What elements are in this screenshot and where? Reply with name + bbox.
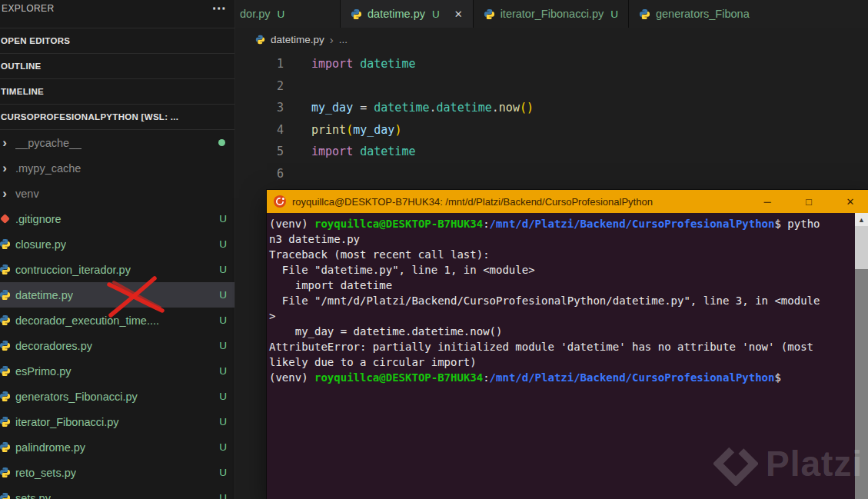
file-label: .mypy_cache bbox=[15, 162, 81, 175]
tab-label: datetime.py bbox=[367, 8, 425, 20]
python-file-icon bbox=[0, 314, 11, 327]
file-item-decoradores-py[interactable]: decoradores.pyU bbox=[0, 333, 234, 358]
code-editor[interactable]: 1import datetime23my_day = datetime.date… bbox=[234, 51, 868, 185]
terminal-line: (venv) royquillca@DESKTOP-B7HUK34:/mnt/d… bbox=[269, 216, 855, 231]
tab-generators-fibona[interactable]: generators_Fibona bbox=[629, 0, 868, 28]
close-button[interactable]: ✕ bbox=[833, 190, 868, 213]
python-file-icon bbox=[0, 264, 11, 276]
terminal-app-icon bbox=[274, 195, 286, 208]
python-file-icon bbox=[0, 365, 11, 378]
file-label: generators_Fibonacci.py bbox=[15, 391, 138, 403]
line-number: 4 bbox=[234, 119, 311, 141]
python-file-icon bbox=[0, 467, 11, 479]
code-line: 3my_day = datetime.datetime.now() bbox=[234, 97, 868, 119]
maximize-button[interactable]: □ bbox=[791, 190, 826, 213]
file-item-mypy-cache[interactable]: ›.mypy_cache bbox=[0, 155, 234, 181]
file-label: contruccion_iterador.py bbox=[15, 264, 131, 276]
explorer-title: EXPLORER bbox=[2, 3, 212, 14]
file-item-closure-py[interactable]: closure.pyU bbox=[0, 231, 234, 257]
breadcrumb-more[interactable]: ... bbox=[339, 34, 348, 45]
git-file-icon bbox=[0, 213, 11, 225]
python-file-icon bbox=[0, 391, 11, 403]
tab-dor-py[interactable]: dor.pyU bbox=[234, 0, 341, 28]
python-file-icon bbox=[0, 441, 11, 454]
line-number: 1 bbox=[234, 53, 311, 75]
file-item-reto-sets-py[interactable]: reto_sets.pyU bbox=[0, 460, 234, 485]
python-file-icon bbox=[0, 492, 11, 499]
file-item-pycache[interactable]: ›__pycache__ bbox=[0, 130, 234, 155]
more-actions-icon[interactable]: ⋯ bbox=[212, 3, 227, 14]
code-line: 6 bbox=[234, 163, 868, 185]
close-icon[interactable]: ✕ bbox=[454, 8, 463, 20]
terminal-line: my_day = datetime.datetime.now() bbox=[269, 324, 855, 339]
file-item-contruccion-iterador-py[interactable]: contruccion_iterador.pyU bbox=[0, 257, 234, 282]
terminal-line: (venv) royquillca@DESKTOP-B7HUK34:/mnt/d… bbox=[269, 370, 855, 385]
git-status-badge: U bbox=[219, 365, 227, 377]
python-file-icon bbox=[0, 238, 11, 251]
file-label: datetime.py bbox=[15, 289, 73, 301]
file-item-esprimo-py[interactable]: esPrimo.pyU bbox=[0, 358, 234, 384]
chevron-right-icon: › bbox=[0, 162, 11, 175]
file-label: decoradores.py bbox=[15, 340, 92, 352]
file-item-palindrome-py[interactable]: palindrome.pyU bbox=[0, 434, 234, 460]
code-line: 1import datetime bbox=[234, 53, 868, 75]
python-file-icon bbox=[639, 8, 650, 20]
file-item-gitignore[interactable]: .gitignoreU bbox=[0, 206, 234, 231]
file-item-decorador-execution-time[interactable]: decorador_execution_time....U bbox=[0, 308, 234, 333]
file-label: closure.py bbox=[15, 238, 66, 251]
terminal-body[interactable]: (venv) royquillca@DESKTOP-B7HUK34:/mnt/d… bbox=[267, 213, 868, 499]
python-file-icon bbox=[351, 8, 362, 20]
file-item-iterator-fibonacci-py[interactable]: iterator_Fibonacci.pyU bbox=[0, 409, 234, 434]
python-file-icon bbox=[0, 340, 11, 352]
git-status-badge: U bbox=[219, 340, 227, 351]
terminal-line: > bbox=[269, 308, 855, 324]
file-item-generators-fibonacci-py[interactable]: generators_Fibonacci.pyU bbox=[0, 384, 234, 409]
sidebar-section-cursoprofesionalpython-wsl[interactable]: CURSOPROFESIONALPYTHON [WSL: ... bbox=[0, 104, 234, 129]
terminal-output: (venv) royquillca@DESKTOP-B7HUK34:/mnt/d… bbox=[267, 213, 855, 385]
tab-iterator-fibonacci-py[interactable]: iterator_Fibonacci.pyU bbox=[474, 0, 629, 28]
sidebar-section-outline[interactable]: OUTLINE bbox=[0, 53, 234, 78]
minimize-button[interactable]: ─ bbox=[750, 190, 785, 213]
file-label: sets.py bbox=[15, 492, 51, 499]
terminal-line: n3 datetime.py bbox=[269, 231, 855, 247]
terminal-scrollbar[interactable]: ▲ bbox=[855, 213, 868, 499]
code-line: 5import datetime bbox=[234, 141, 868, 163]
file-label: reto_sets.py bbox=[15, 467, 76, 479]
breadcrumb[interactable]: datetime.py › ... bbox=[234, 28, 868, 51]
line-number: 6 bbox=[234, 163, 311, 185]
file-label: palindrome.py bbox=[15, 441, 85, 454]
file-label: .gitignore bbox=[15, 213, 62, 225]
git-status-badge: U bbox=[610, 8, 618, 20]
file-item-sets-py[interactable]: sets.pyU bbox=[0, 485, 234, 499]
git-status-badge: U bbox=[219, 264, 227, 275]
scroll-up-icon[interactable]: ▲ bbox=[855, 213, 868, 226]
file-label: venv bbox=[15, 188, 39, 200]
file-item-venv[interactable]: ›venv bbox=[0, 181, 234, 206]
terminal-line: likely due to a circular import) bbox=[269, 354, 855, 370]
scrollbar-thumb[interactable] bbox=[855, 226, 868, 269]
python-file-icon bbox=[0, 416, 11, 428]
git-status-badge: U bbox=[219, 416, 227, 427]
chevron-right-icon: › bbox=[330, 33, 334, 46]
line-number: 3 bbox=[234, 97, 311, 119]
file-item-datetime-py[interactable]: datetime.pyU bbox=[0, 282, 234, 308]
tab-label: generators_Fibona bbox=[656, 8, 750, 20]
git-status-badge: U bbox=[219, 492, 227, 499]
terminal-line: Traceback (most recent call last): bbox=[269, 247, 855, 262]
git-status-badge: U bbox=[219, 213, 227, 225]
git-status-badge: U bbox=[219, 391, 227, 402]
file-label: __pycache__ bbox=[15, 137, 81, 149]
terminal-titlebar[interactable]: royquillca@DESKTOP-B7HUK34: /mnt/d/Platz… bbox=[267, 190, 868, 213]
tab-datetime-py[interactable]: datetime.pyU✕ bbox=[341, 0, 474, 28]
terminal-line: File "/mnt/d/Platzi/Backend/CursoProfesi… bbox=[269, 293, 855, 308]
python-file-icon bbox=[484, 8, 495, 20]
file-label: esPrimo.py bbox=[15, 365, 72, 378]
modified-dot-icon bbox=[218, 139, 225, 146]
sidebar-section-timeline[interactable]: TIMELINE bbox=[0, 78, 234, 104]
sidebar-section-open-editors[interactable]: OPEN EDITORS bbox=[0, 28, 234, 53]
line-number: 5 bbox=[234, 141, 311, 163]
terminal-window: royquillca@DESKTOP-B7HUK34: /mnt/d/Platz… bbox=[267, 190, 868, 499]
breadcrumb-file[interactable]: datetime.py bbox=[271, 34, 324, 45]
tab-bar: dor.pyUdatetime.pyU✕iterator_Fibonacci.p… bbox=[234, 0, 868, 28]
git-status-badge: U bbox=[278, 8, 285, 20]
